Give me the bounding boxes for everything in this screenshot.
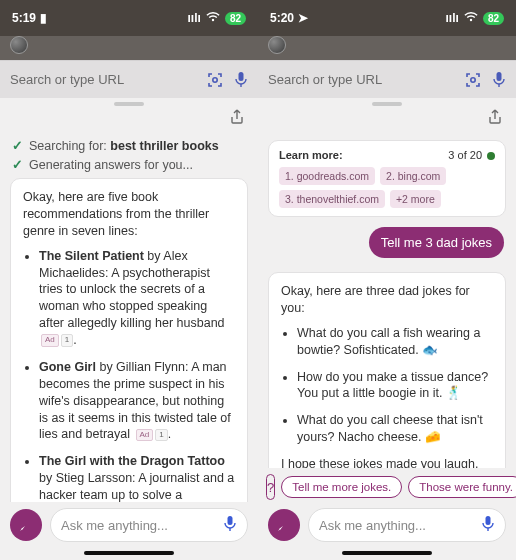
signal-icon: ıılı bbox=[188, 11, 201, 25]
list-item: The Girl with the Dragon Tattoo by Stieg… bbox=[39, 453, 235, 502]
svg-point-5 bbox=[471, 77, 475, 81]
url-bar[interactable]: Search or type URL bbox=[258, 60, 516, 98]
learn-more-card: Learn more: 3 of 20 1. goodreads.com 2. … bbox=[268, 140, 506, 217]
url-placeholder: Search or type URL bbox=[10, 72, 206, 87]
home-indicator[interactable] bbox=[0, 548, 258, 560]
chat-area[interactable]: Learn more: 3 of 20 1. goodreads.com 2. … bbox=[258, 134, 516, 468]
mic-icon[interactable] bbox=[234, 71, 248, 89]
grabber-handle[interactable] bbox=[114, 102, 144, 106]
battery-icon: 82 bbox=[483, 12, 504, 25]
new-topic-button[interactable] bbox=[10, 509, 42, 541]
wifi-icon bbox=[464, 11, 478, 25]
suggestions-row: ? Tell me more jokes. Those were funny. bbox=[258, 468, 516, 502]
source-chip[interactable]: 2. bing.com bbox=[380, 167, 446, 185]
tab-strip bbox=[258, 36, 516, 60]
avatar[interactable] bbox=[10, 36, 28, 54]
user-message: Tell me 3 dad jokes bbox=[369, 227, 504, 258]
ad-badge: Ad bbox=[41, 334, 59, 347]
wifi-icon bbox=[206, 11, 220, 25]
status-bar: 5:20 ➤ ıılı 82 bbox=[258, 0, 516, 36]
ref-badge[interactable]: 1 bbox=[61, 334, 73, 347]
scan-icon[interactable] bbox=[206, 71, 224, 89]
learn-more-label: Learn more: bbox=[279, 149, 343, 161]
svg-rect-3 bbox=[228, 516, 233, 525]
signal-icon: ıılı bbox=[446, 11, 459, 25]
list-item: How do you make a tissue dance? You put … bbox=[297, 369, 493, 403]
screen-left: 5:19 ▮ ıılı 82 Search or type URL bbox=[0, 0, 258, 560]
source-chip-more[interactable]: +2 more bbox=[390, 190, 441, 208]
check-icon: ✓ bbox=[12, 138, 23, 153]
check-icon: ✓ bbox=[12, 157, 23, 172]
mic-icon[interactable] bbox=[481, 515, 495, 536]
composer-placeholder: Ask me anything... bbox=[61, 518, 223, 533]
list-item: What do you call cheese that isn't yours… bbox=[297, 412, 493, 446]
message-outro: I hope these jokes made you laugh. 😂 bbox=[281, 456, 493, 468]
assistant-message: Okay, here are five book recommendations… bbox=[10, 178, 248, 502]
suggestion-chip[interactable]: Tell me more jokes. bbox=[281, 476, 402, 498]
chat-area[interactable]: ✓ Searching for: best thriller books ✓ G… bbox=[0, 134, 258, 502]
scan-icon[interactable] bbox=[464, 71, 482, 89]
ad-badge: Ad bbox=[136, 429, 154, 442]
mic-icon[interactable] bbox=[492, 71, 506, 89]
url-placeholder: Search or type URL bbox=[268, 72, 464, 87]
learn-count: 3 of 20 bbox=[448, 149, 482, 161]
svg-rect-1 bbox=[239, 72, 244, 81]
composer-input[interactable]: Ask me anything... bbox=[50, 508, 248, 542]
mic-icon[interactable] bbox=[223, 515, 237, 536]
list-item: The Silent Patient by Alex Michaelides: … bbox=[39, 248, 235, 349]
searching-status: ✓ Searching for: best thriller books bbox=[12, 138, 246, 153]
recording-icon: ▮ bbox=[40, 11, 47, 25]
composer: Ask me anything... bbox=[258, 502, 516, 548]
avatar[interactable] bbox=[268, 36, 286, 54]
list-item: Gone Girl by Gillian Flynn: A man become… bbox=[39, 359, 235, 443]
source-chip[interactable]: 3. thenovelthief.com bbox=[279, 190, 385, 208]
message-intro: Okay, here are three dad jokes for you: bbox=[281, 283, 493, 317]
battery-icon: 82 bbox=[225, 12, 246, 25]
generating-status: ✓ Generating answers for you... bbox=[12, 157, 246, 172]
svg-rect-6 bbox=[497, 72, 502, 81]
suggestion-chip[interactable]: Those were funny. bbox=[408, 476, 516, 498]
url-bar[interactable]: Search or type URL bbox=[0, 60, 258, 98]
share-icon[interactable] bbox=[228, 108, 246, 130]
tab-strip bbox=[0, 36, 258, 60]
assistant-message: Okay, here are three dad jokes for you: … bbox=[268, 272, 506, 468]
source-chip[interactable]: 1. goodreads.com bbox=[279, 167, 375, 185]
home-indicator[interactable] bbox=[258, 548, 516, 560]
message-intro: Okay, here are five book recommendations… bbox=[23, 189, 235, 240]
list-item: What do you call a fish wearing a bowtie… bbox=[297, 325, 493, 359]
svg-point-0 bbox=[213, 77, 217, 81]
new-topic-button[interactable] bbox=[268, 509, 300, 541]
status-bar: 5:19 ▮ ıılı 82 bbox=[0, 0, 258, 36]
location-icon: ➤ bbox=[298, 11, 308, 25]
sheet-header bbox=[0, 98, 258, 134]
grabber-handle[interactable] bbox=[372, 102, 402, 106]
screen-right: 5:20 ➤ ıılı 82 Search or type URL bbox=[258, 0, 516, 560]
status-time: 5:20 bbox=[270, 11, 294, 25]
ref-badge[interactable]: 1 bbox=[155, 429, 167, 442]
composer-placeholder: Ask me anything... bbox=[319, 518, 481, 533]
share-icon[interactable] bbox=[486, 108, 504, 130]
status-dot bbox=[487, 152, 495, 160]
svg-rect-8 bbox=[486, 516, 491, 525]
sheet-header bbox=[258, 98, 516, 134]
status-time: 5:19 bbox=[12, 11, 36, 25]
composer-input[interactable]: Ask me anything... bbox=[308, 508, 506, 542]
composer: Ask me anything... bbox=[0, 502, 258, 548]
help-button[interactable]: ? bbox=[266, 474, 275, 500]
